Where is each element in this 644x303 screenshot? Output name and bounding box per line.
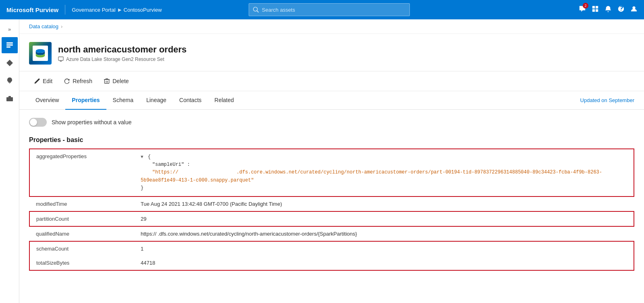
table-row: aggregatedProperties ▼ { "sampleUri" : "…: [29, 149, 634, 196]
breadcrumb: Data catalog ›: [19, 19, 644, 34]
asset-icon-wrapper: [29, 42, 52, 65]
portal-nav: Governance Portal ▶ ContosoPurview: [72, 7, 162, 13]
tab-overview[interactable]: Overview: [29, 91, 65, 110]
properties-section-heading: Properties - basic: [29, 136, 634, 144]
chat-badge: 2: [583, 3, 588, 8]
refresh-label: Refresh: [73, 78, 92, 84]
prop-key-schemacount: schemaCount: [29, 241, 134, 256]
sidebar-item-catalog[interactable]: [2, 37, 18, 53]
toolbar: Edit Refresh Delete: [19, 71, 644, 91]
asset-title: north americacustomer orders: [58, 44, 187, 55]
search-bar[interactable]: Search assets: [249, 3, 410, 16]
prop-value-totalsizebytes: 44718: [134, 256, 634, 270]
svg-point-4: [632, 6, 635, 9]
tab-schema[interactable]: Schema: [106, 91, 140, 110]
portal-label[interactable]: Governance Portal: [72, 7, 115, 13]
svg-rect-5: [6, 42, 13, 44]
edit-button[interactable]: Edit: [29, 75, 57, 87]
updated-label: Updated on September: [580, 97, 634, 103]
sidebar-toggle[interactable]: »: [3, 23, 16, 36]
edit-icon: [34, 78, 40, 84]
svg-rect-11: [105, 79, 109, 84]
delete-button[interactable]: Delete: [99, 75, 133, 87]
properties-area: Show properties without a value Properti…: [19, 110, 644, 279]
table-row: totalSizeBytes 44718: [29, 256, 634, 270]
sidebar-item-governance[interactable]: [2, 55, 18, 71]
tabs-bar: Overview Properties Schema Lineage Conta…: [19, 91, 644, 110]
refresh-button[interactable]: Refresh: [59, 75, 97, 87]
prop-value-modifiedtime: Tue Aug 24 2021 13:42:48 GMT-0700 (Pacif…: [134, 196, 634, 211]
asset-info: north americacustomer orders Azure Data …: [58, 44, 187, 62]
json-sample-value[interactable]: "https:// .dfs.core.windows.net/curated/…: [141, 169, 602, 183]
bell-icon[interactable]: [605, 5, 612, 14]
nav-action-icons: 2: [579, 5, 638, 14]
portal-chevron: ▶: [118, 7, 121, 13]
tab-related[interactable]: Related: [208, 91, 240, 110]
delete-label: Delete: [112, 78, 129, 84]
grid-icon[interactable]: [592, 5, 599, 14]
svg-rect-7: [6, 46, 10, 48]
table-row: qualifiedName https:// .dfs.core.windows…: [29, 226, 634, 241]
refresh-icon: [64, 78, 70, 84]
chat-icon[interactable]: 2: [579, 5, 586, 14]
azure-datalake-icon: [34, 47, 46, 59]
sidebar-item-management[interactable]: [2, 90, 18, 107]
asset-icon-inner: [33, 46, 48, 61]
toggle-row: Show properties without a value: [29, 118, 634, 127]
asset-header: north americacustomer orders Azure Data …: [19, 34, 644, 71]
asset-subtitle-text: Azure Data Lake Storage Gen2 Resource Se…: [66, 56, 164, 62]
prop-key-qualifiedname: qualifiedName: [29, 226, 134, 241]
subtitle-icon: [58, 56, 64, 62]
top-navigation: Microsoft Purview Governance Portal ▶ Co…: [0, 0, 644, 19]
prop-key-modifiedtime: modifiedTime: [29, 196, 134, 211]
svg-rect-10: [58, 57, 63, 61]
portal-name[interactable]: ContosoPurview: [124, 7, 162, 13]
tab-properties[interactable]: Properties: [65, 91, 106, 110]
user-icon[interactable]: [630, 5, 638, 14]
collapse-arrow[interactable]: ▼: [141, 155, 143, 159]
svg-rect-1: [596, 6, 598, 8]
edit-label: Edit: [43, 78, 52, 84]
prop-value-partitioncount: 29: [134, 211, 634, 226]
svg-point-9: [36, 49, 45, 53]
tab-contacts[interactable]: Contacts: [173, 91, 208, 110]
help-icon[interactable]: [617, 5, 625, 14]
delete-icon: [104, 78, 110, 84]
svg-rect-3: [596, 9, 598, 12]
app-layout: » Data catalog ›: [0, 19, 644, 303]
breadcrumb-sep: ›: [61, 23, 62, 29]
prop-key-aggregatedproperties: aggregatedProperties: [29, 149, 134, 196]
nav-divider: [65, 5, 65, 15]
tab-lineage[interactable]: Lineage: [140, 91, 173, 110]
prop-value-aggregatedproperties: ▼ { "sampleUri" : "https:// .dfs.core.wi…: [134, 149, 634, 196]
sidebar: »: [0, 19, 19, 303]
brand-name: Microsoft Purview: [6, 6, 58, 13]
table-row: modifiedTime Tue Aug 24 2021 13:42:48 GM…: [29, 196, 634, 211]
toggle-label: Show properties without a value: [52, 119, 131, 125]
search-placeholder: Search assets: [262, 7, 295, 13]
json-sample-key: "sampleUri" :: [152, 162, 190, 167]
prop-value-schemacount: 1: [134, 241, 634, 256]
json-block: ▼ { "sampleUri" : "https:// .dfs.core.wi…: [141, 153, 627, 192]
table-row: schemaCount 1: [29, 241, 634, 256]
table-row: partitionCount 29: [29, 211, 634, 226]
breadcrumb-catalog[interactable]: Data catalog: [29, 23, 58, 29]
json-open: {: [148, 154, 151, 160]
svg-rect-2: [592, 9, 595, 12]
prop-value-qualifiedname: https:// .dfs.core.windows.net/curated/c…: [134, 226, 634, 241]
search-icon: [253, 7, 259, 13]
sidebar-item-insights[interactable]: [2, 73, 18, 89]
properties-toggle[interactable]: [29, 118, 47, 127]
toggle-knob: [30, 119, 37, 126]
asset-subtitle: Azure Data Lake Storage Gen2 Resource Se…: [58, 56, 187, 62]
svg-rect-6: [6, 44, 13, 46]
prop-key-totalsizebytes: totalSizeBytes: [29, 256, 134, 270]
properties-table: aggregatedProperties ▼ { "sampleUri" : "…: [29, 148, 634, 271]
json-close: }: [141, 185, 143, 191]
svg-rect-0: [592, 6, 595, 8]
svg-rect-8: [6, 97, 13, 101]
prop-key-partitioncount: partitionCount: [29, 211, 134, 226]
main-content: Data catalog › north americacustomer ord…: [19, 19, 644, 303]
